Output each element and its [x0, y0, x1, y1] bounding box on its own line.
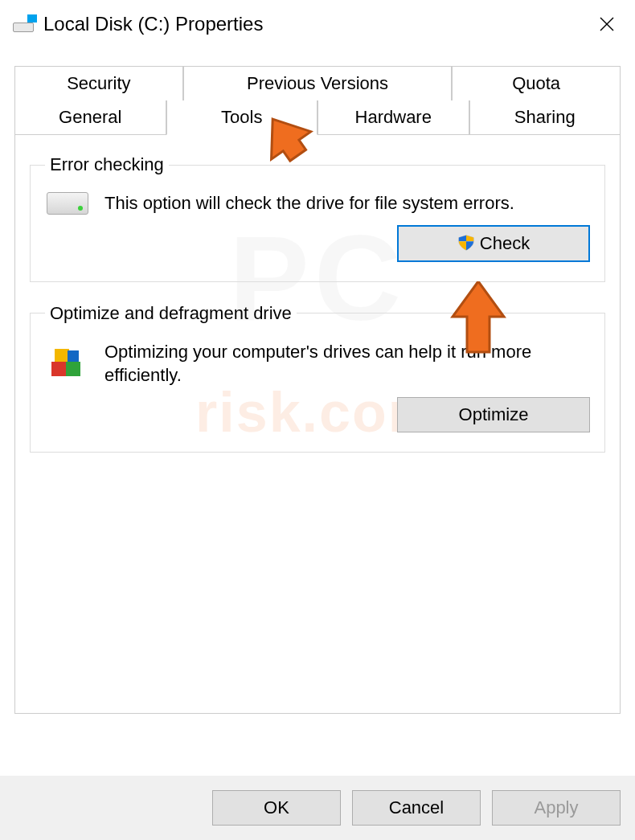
error-checking-group: Error checking This option will check th…: [30, 154, 605, 282]
optimize-button-label: Optimize: [459, 404, 529, 425]
optimize-button[interactable]: Optimize: [397, 397, 590, 432]
drive-icon: [13, 16, 35, 32]
close-icon: [599, 16, 615, 32]
tools-panel: Error checking This option will check th…: [14, 135, 621, 714]
optimize-text: Optimizing your computer's drives can he…: [104, 340, 590, 387]
tabs-row-2: General Tools Hardware Sharing: [14, 100, 621, 135]
cancel-button[interactable]: Cancel: [352, 790, 481, 826]
ok-button[interactable]: OK: [212, 790, 341, 826]
check-button[interactable]: Check: [397, 225, 590, 262]
hdd-icon: [45, 191, 90, 215]
tab-general[interactable]: General: [14, 100, 166, 135]
tab-hardware[interactable]: Hardware: [318, 100, 469, 135]
check-button-label: Check: [480, 233, 530, 254]
uac-shield-icon: [457, 234, 475, 253]
tab-previous-versions[interactable]: Previous Versions: [183, 66, 452, 100]
window-title: Local Disk (C:) Properties: [43, 13, 263, 35]
tabs-row-1: Security Previous Versions Quota: [14, 66, 621, 100]
optimize-legend: Optimize and defragment drive: [45, 303, 297, 324]
error-checking-text: This option will check the drive for fil…: [104, 191, 514, 215]
defrag-icon: [45, 340, 90, 387]
error-checking-legend: Error checking: [45, 154, 169, 175]
tab-tools[interactable]: Tools: [166, 100, 318, 135]
tab-quota[interactable]: Quota: [452, 66, 621, 100]
titlebar: Local Disk (C:) Properties: [0, 0, 635, 45]
close-button[interactable]: [595, 12, 619, 36]
optimize-group: Optimize and defragment drive Optimizing…: [30, 303, 605, 453]
apply-button: Apply: [492, 790, 621, 826]
dialog-footer: OK Cancel Apply: [0, 776, 635, 840]
tab-sharing[interactable]: Sharing: [469, 100, 621, 135]
tab-security[interactable]: Security: [14, 66, 183, 100]
